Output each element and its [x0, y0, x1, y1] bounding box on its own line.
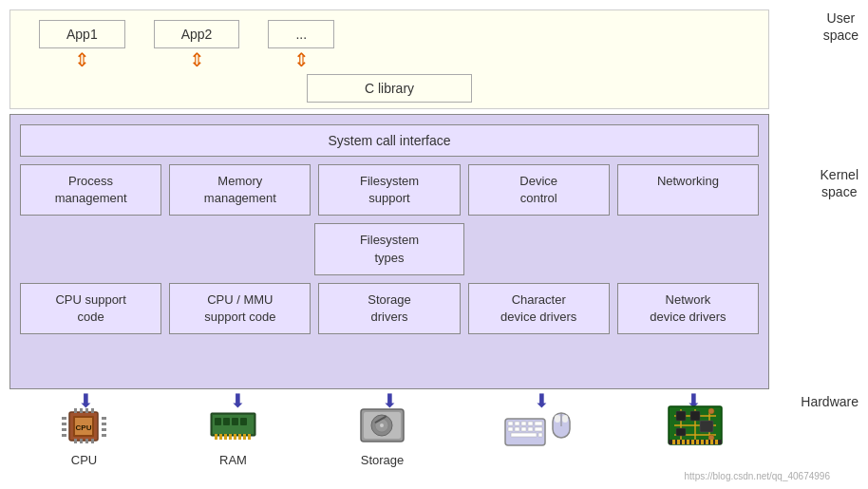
chardev-hw-item [503, 402, 575, 449]
spacer-gap2 [304, 223, 314, 274]
app2-arrow: ⇕ [189, 50, 205, 69]
svg-rect-30 [234, 434, 236, 440]
svg-rect-4 [80, 408, 83, 413]
networking-box: Networking [617, 164, 759, 216]
memory-mgmt-box: Memorymanagement [169, 164, 311, 216]
app1-arrow: ⇕ [74, 50, 90, 69]
svg-rect-13 [62, 428, 66, 431]
svg-rect-18 [102, 434, 106, 437]
svg-rect-28 [224, 434, 227, 440]
ram-icon [205, 402, 262, 449]
svg-rect-79 [710, 440, 713, 444]
svg-rect-12 [62, 423, 66, 425]
svg-rect-45 [535, 422, 542, 425]
svg-rect-74 [687, 440, 689, 444]
svg-rect-33 [248, 434, 251, 440]
svg-rect-64 [676, 411, 686, 421]
char-device-box: Characterdevice drivers [468, 283, 610, 334]
netdev-hw-item [667, 402, 724, 449]
svg-rect-75 [691, 440, 694, 444]
circuit-board-icon [667, 402, 724, 449]
svg-rect-11 [62, 417, 66, 420]
kernel-bottom-row: CPU supportcode CPU / MMUsupport code St… [10, 283, 768, 334]
cpu-support-box: CPU supportcode [20, 283, 161, 334]
filesystem-types-box: Filesystemtypes [314, 223, 464, 274]
app-dots-arrow: ⇕ [293, 50, 310, 69]
device-control-box: Devicecontrol [468, 164, 610, 216]
filesystem-types-row: Filesystemtypes [10, 223, 768, 274]
svg-rect-25 [240, 418, 247, 425]
process-mgmt-box: Processmanagement [20, 164, 161, 216]
cpu-label: CPU [71, 453, 97, 467]
svg-rect-15 [102, 417, 106, 420]
svg-rect-16 [102, 423, 106, 425]
c-library-row: C library [10, 69, 768, 110]
svg-rect-47 [515, 427, 519, 431]
svg-rect-8 [80, 439, 83, 443]
svg-rect-49 [528, 427, 533, 431]
kernel-space-section: System call interface Processmanagement … [9, 114, 769, 389]
svg-rect-48 [521, 427, 526, 431]
svg-rect-17 [102, 428, 106, 431]
svg-rect-32 [243, 434, 246, 440]
svg-rect-41 [508, 422, 513, 425]
filesystem-support-box: Filesystemsupport [318, 164, 460, 216]
svg-rect-50 [535, 427, 542, 431]
user-space-label: Userspace [823, 9, 859, 44]
app1-box: App1 [39, 20, 125, 48]
svg-rect-22 [215, 418, 221, 425]
system-call-box: System call interface [20, 124, 759, 157]
svg-rect-23 [223, 418, 230, 425]
app-dots-box: ... [268, 20, 334, 48]
svg-rect-78 [706, 440, 708, 444]
svg-rect-66 [676, 428, 686, 436]
svg-rect-76 [696, 440, 699, 444]
hardware-section: CPU CPU [9, 394, 769, 467]
svg-rect-14 [62, 434, 66, 437]
svg-point-68 [708, 408, 714, 414]
svg-rect-71 [672, 440, 675, 444]
spacer-gap1 [157, 223, 167, 274]
svg-rect-65 [690, 411, 700, 421]
keyboard-mouse-icon [503, 402, 575, 449]
user-space-section: App1 ⇕ App2 ⇕ ... ⇕ C library [9, 9, 769, 109]
svg-rect-46 [508, 427, 513, 431]
kernel-space-label: Kernelspace [821, 166, 859, 200]
svg-rect-56 [562, 415, 568, 423]
spacer-gap4 [612, 223, 622, 274]
storage-drivers-box: Storagedrivers [318, 283, 460, 334]
cpu-hw-item: CPU CPU [56, 402, 113, 467]
c-library-box: C library [307, 74, 472, 103]
svg-rect-7 [74, 439, 77, 443]
svg-rect-3 [74, 408, 77, 413]
network-device-box: Networkdevice drivers [617, 283, 759, 334]
svg-text:CPU: CPU [76, 423, 92, 432]
diagram-container: Userspace Kernelspace Hardware App1 ⇕ Ap… [0, 0, 868, 489]
svg-rect-52 [538, 433, 542, 437]
svg-rect-51 [511, 433, 537, 437]
svg-rect-44 [528, 422, 533, 425]
svg-rect-67 [700, 421, 713, 432]
svg-rect-27 [219, 434, 222, 440]
svg-rect-43 [521, 422, 526, 425]
storage-icon [354, 402, 411, 449]
svg-rect-31 [238, 434, 241, 440]
hardware-label: Hardware [801, 394, 859, 409]
app2-box: App2 [154, 20, 240, 48]
kernel-middle-row: Processmanagement Memorymanagement Files… [10, 164, 768, 216]
svg-point-38 [380, 423, 384, 427]
ram-label: RAM [219, 453, 247, 467]
ram-hw-item: RAM [205, 402, 262, 467]
svg-rect-42 [515, 422, 519, 425]
storage-label: Storage [361, 453, 405, 467]
svg-rect-9 [85, 439, 88, 443]
svg-rect-73 [682, 440, 685, 444]
cpu-icon: CPU [56, 402, 113, 449]
storage-hw-item: Storage [354, 402, 411, 467]
cpu-mmu-box: CPU / MMUsupport code [169, 283, 311, 334]
svg-rect-70 [669, 440, 722, 444]
svg-rect-10 [91, 439, 94, 443]
svg-rect-80 [715, 440, 718, 444]
watermark: https://blog.csdn.net/qq_40674996 [685, 471, 830, 481]
svg-rect-24 [232, 418, 238, 425]
